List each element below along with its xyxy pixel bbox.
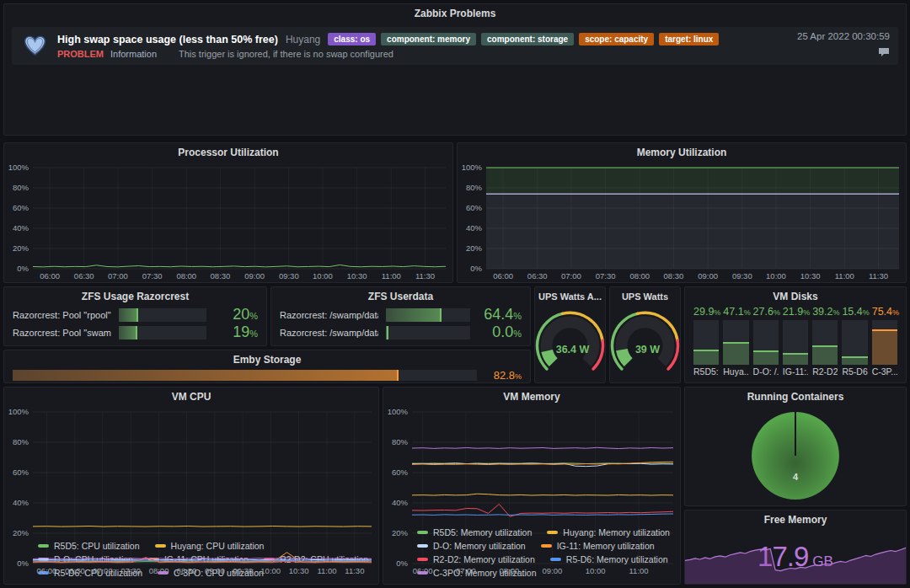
free-memory-sparkline[interactable]: 17.9GB bbox=[685, 529, 906, 584]
svg-text:20%: 20% bbox=[466, 243, 483, 253]
panel-title-running-containers[interactable]: Running Containers bbox=[685, 388, 906, 406]
svg-text:10:30: 10:30 bbox=[800, 271, 821, 281]
panel-title-zabbix-problems[interactable]: Zabbix Problems bbox=[4, 4, 906, 23]
vm-disk-value: 47.1% bbox=[723, 306, 748, 320]
svg-text:09:00: 09:00 bbox=[698, 271, 718, 281]
vm-disk-unit: % bbox=[863, 308, 870, 317]
vm-disk-bar[interactable]: 29.9%R5D5:... bbox=[693, 306, 719, 379]
problem-title[interactable]: High swap space usage (less than 50% fre… bbox=[57, 34, 278, 45]
panel-free-memory: Free Memory 17.9GB bbox=[684, 510, 907, 585]
vm-disk-bar[interactable]: 47.1%Huya... bbox=[723, 306, 748, 379]
vm-disk-fill bbox=[753, 350, 779, 365]
bar-gauge-track[interactable] bbox=[119, 326, 206, 339]
panel-vm-disks: VM Disks 29.9%R5D5:...47.1%Huya...27.6%D… bbox=[684, 286, 907, 383]
panel-vm-cpu: VM CPU 06:0006:3007:0007:3008:0008:3009:… bbox=[3, 387, 379, 585]
ups-watts-gauge[interactable]: 39 W bbox=[610, 306, 680, 382]
panel-ups-watts-a: UPS Watts A... 36.4 W bbox=[534, 286, 606, 383]
panel-title-free-memory[interactable]: Free Memory bbox=[685, 510, 906, 529]
vm-cpu-chart[interactable]: 06:0006:3007:0007:3008:0008:3009:0009:30… bbox=[4, 406, 378, 540]
bar-gauge-unit: % bbox=[513, 329, 522, 339]
ups-watts-a-gauge[interactable]: 36.4 W bbox=[535, 306, 605, 382]
running-containers-pie[interactable]: 4 bbox=[685, 406, 906, 505]
svg-text:09:30: 09:30 bbox=[279, 271, 299, 281]
vm-disks-bars: 29.9%R5D5:...47.1%Huya...27.6%D-O: /...2… bbox=[685, 306, 906, 382]
vm-disk-bar[interactable]: 27.6%D-O: /... bbox=[753, 306, 779, 379]
panel-emby-storage: Emby Storage 82.8% bbox=[3, 350, 531, 383]
svg-text:07:30: 07:30 bbox=[142, 271, 163, 281]
comment-icon[interactable] bbox=[878, 45, 890, 61]
vm-disk-label: R5D5:... bbox=[693, 365, 719, 379]
zfs-razorcrest-bars: Razorcrest: Pool "rpool" - Usage20%Razor… bbox=[4, 306, 266, 345]
bar-gauge-track[interactable] bbox=[386, 308, 470, 322]
svg-text:06:00: 06:00 bbox=[40, 271, 60, 281]
panel-title-ups-watts-a[interactable]: UPS Watts A... bbox=[535, 287, 605, 306]
grafana-dashboard: Zabbix Problems High swap space usage (l… bbox=[0, 0, 910, 588]
svg-text:09:00: 09:00 bbox=[543, 566, 563, 575]
problem-tag[interactable]: target: linux bbox=[659, 33, 719, 45]
heart-icon bbox=[20, 35, 49, 56]
problem-tag[interactable]: class: os bbox=[328, 33, 376, 45]
bar-gauge-row: 82.8% bbox=[13, 369, 522, 382]
bar-gauge-fill bbox=[13, 370, 399, 381]
vm-disk-bar[interactable]: 21.9%IG-11:... bbox=[783, 306, 808, 379]
vm-disk-bar[interactable]: 75.4%C-3P... bbox=[872, 306, 897, 379]
vm-disk-track bbox=[872, 320, 897, 365]
problem-host[interactable]: Huyang bbox=[286, 34, 320, 45]
zabbix-problem-row[interactable]: High swap space usage (less than 50% fre… bbox=[12, 27, 898, 65]
problem-tag[interactable]: scope: capacity bbox=[579, 33, 654, 45]
panel-memory-utilization: Memory Utilization 06:0006:3007:0007:300… bbox=[457, 142, 907, 283]
svg-text:06:00: 06:00 bbox=[37, 566, 57, 575]
panel-title-vm-memory[interactable]: VM Memory bbox=[383, 388, 680, 406]
svg-text:08:30: 08:30 bbox=[177, 566, 197, 575]
panel-title-vm-cpu[interactable]: VM CPU bbox=[4, 388, 378, 406]
vm-disk-value: 29.9% bbox=[693, 306, 719, 320]
vm-disk-unit: % bbox=[714, 308, 720, 317]
problem-tag[interactable]: component: memory bbox=[381, 33, 476, 45]
vm-disk-bar[interactable]: 39.2%R2-D2... bbox=[812, 306, 838, 379]
panel-title-zfs-razorcrest[interactable]: ZFS Usage Razorcrest bbox=[4, 287, 266, 306]
svg-text:07:00: 07:00 bbox=[108, 271, 128, 281]
panel-zabbix-problems: Zabbix Problems High swap space usage (l… bbox=[3, 3, 907, 136]
panel-title-vm-disks[interactable]: VM Disks bbox=[685, 287, 906, 306]
svg-text:09:30: 09:30 bbox=[732, 271, 752, 281]
problem-tag[interactable]: component: storage bbox=[481, 33, 574, 45]
processor-utilization-chart[interactable]: 06:0006:3007:0007:3008:0008:3009:0009:30… bbox=[4, 162, 452, 282]
vm-disk-fill bbox=[693, 350, 719, 365]
svg-text:07:30: 07:30 bbox=[596, 271, 616, 281]
svg-text:06:30: 06:30 bbox=[74, 271, 94, 281]
vm-disk-bar[interactable]: 15.4%R5-D6... bbox=[842, 306, 867, 379]
bar-gauge-unit: % bbox=[515, 372, 522, 381]
vm-disk-label: Huya... bbox=[723, 365, 748, 379]
panel-title-emby-storage[interactable]: Emby Storage bbox=[4, 350, 530, 369]
svg-text:40%: 40% bbox=[13, 223, 29, 233]
bar-gauge-track[interactable] bbox=[119, 308, 206, 322]
svg-text:11:30: 11:30 bbox=[869, 271, 888, 281]
panel-title-processor-utilization[interactable]: Processor Utilization bbox=[4, 143, 452, 162]
bar-gauge-track[interactable] bbox=[13, 370, 477, 381]
bar-gauge-value: 0.0% bbox=[478, 323, 522, 341]
bar-gauge-fill bbox=[119, 308, 138, 322]
svg-text:4: 4 bbox=[793, 472, 799, 482]
svg-text:10:30: 10:30 bbox=[289, 566, 309, 575]
vm-disk-track bbox=[723, 320, 748, 365]
svg-text:11:00: 11:00 bbox=[317, 566, 336, 575]
vm-disk-fill bbox=[723, 342, 748, 365]
svg-text:09:00: 09:00 bbox=[244, 271, 265, 281]
svg-text:06:30: 06:30 bbox=[527, 271, 548, 281]
panel-title-zfs-userdata[interactable]: ZFS Userdata bbox=[271, 287, 530, 306]
bar-gauge-label: Razorcrest: Pool "swamp" - Us... bbox=[13, 328, 111, 338]
panel-vm-memory: VM Memory 06:0007:0008:0009:0010:0011:00… bbox=[383, 387, 681, 585]
svg-text:11:00: 11:00 bbox=[629, 566, 649, 575]
svg-text:11:00: 11:00 bbox=[382, 271, 401, 281]
bar-gauge-fill bbox=[386, 326, 388, 339]
panel-title-ups-watts[interactable]: UPS Watts bbox=[610, 287, 680, 306]
vm-disk-unit: % bbox=[803, 308, 810, 317]
vm-memory-chart[interactable]: 06:0007:0008:0009:0010:0011:000%20%40%60… bbox=[383, 406, 680, 527]
bar-gauge-track[interactable] bbox=[386, 326, 470, 339]
svg-text:07:00: 07:00 bbox=[561, 271, 581, 281]
memory-utilization-chart[interactable]: 06:0006:3007:0007:3008:0008:3009:0009:30… bbox=[458, 162, 906, 282]
svg-text:100%: 100% bbox=[462, 163, 483, 172]
svg-text:10:00: 10:00 bbox=[260, 566, 281, 575]
panel-title-memory-utilization[interactable]: Memory Utilization bbox=[458, 143, 906, 162]
svg-text:60%: 60% bbox=[13, 468, 29, 477]
